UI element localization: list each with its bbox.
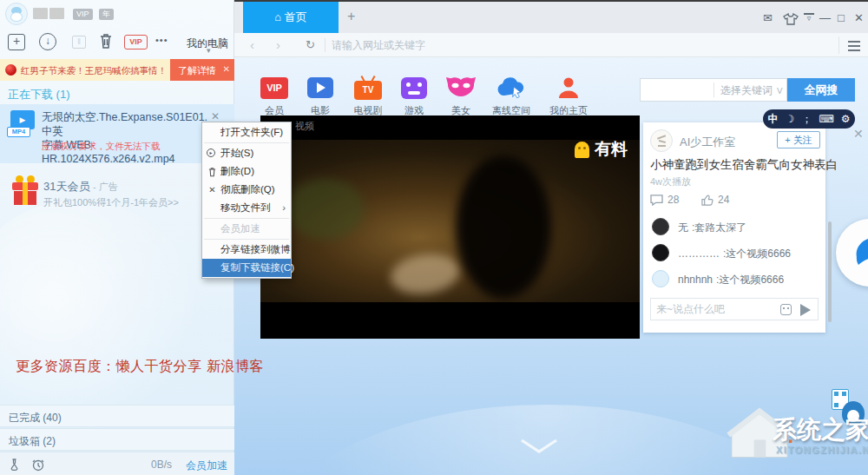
start-all-button[interactable]: ↓ bbox=[39, 33, 56, 50]
refresh-icon[interactable]: ↻ bbox=[306, 38, 315, 51]
section-downloading: 正在下载 (1) bbox=[8, 87, 70, 102]
bird-icon bbox=[847, 232, 868, 274]
member-ad-item[interactable]: 31天会员 - 广告 开礼包100%得1个月-1年会员>> bbox=[0, 170, 234, 219]
banner-close-icon[interactable]: ✕ bbox=[223, 64, 230, 74]
new-tab-button[interactable]: + bbox=[347, 9, 355, 24]
menu-item-label: 开始(S) bbox=[220, 148, 253, 158]
video-title: 小神童跑到女生宿舍霸气向女神表白 bbox=[650, 157, 822, 173]
menu-item-open-folder[interactable]: 打开文件夹(F) bbox=[202, 123, 291, 142]
remove-item-icon[interactable]: ✕ bbox=[211, 110, 220, 122]
skin-shirt-icon[interactable] bbox=[783, 13, 799, 25]
user-avatar[interactable] bbox=[5, 3, 28, 25]
clock-icon[interactable] bbox=[31, 458, 45, 472]
menu-divider bbox=[204, 142, 289, 143]
commenter-avatar bbox=[652, 218, 669, 235]
nav-item-vip[interactable]: VIP 会员 bbox=[248, 74, 300, 117]
divider bbox=[713, 82, 714, 97]
comment-input[interactable] bbox=[656, 301, 769, 317]
trash-label: 垃圾箱 (2) bbox=[9, 434, 56, 449]
keyboard-icon[interactable]: ⌨ bbox=[819, 109, 833, 129]
flask-icon[interactable] bbox=[9, 458, 23, 472]
menu-item-share-weibo[interactable]: 分享链接到微博 bbox=[202, 241, 291, 259]
member-accelerate-link[interactable]: 会员加速 bbox=[186, 459, 227, 473]
commenter-name: 无 bbox=[678, 221, 688, 234]
banner-text: 红男子节来袭！王尼玛喊你搞事情！ bbox=[21, 65, 167, 77]
tab-home[interactable]: ⌂ 首页 bbox=[243, 2, 339, 33]
maximize-button[interactable]: □ bbox=[838, 11, 845, 24]
close-window-button[interactable]: ✕ bbox=[854, 11, 864, 24]
like-count-group[interactable]: 24 bbox=[700, 194, 729, 206]
penguin-body bbox=[10, 12, 23, 22]
xunlei-bird-widget[interactable] bbox=[836, 219, 868, 287]
completed-label: 已完成 (40) bbox=[9, 411, 62, 426]
nav-item-offline-space[interactable]: 离线空间 bbox=[485, 74, 537, 117]
scroll-down-chevron-icon[interactable] bbox=[519, 438, 559, 455]
minimize-to-tray-icon[interactable]: ▿ bbox=[804, 13, 814, 22]
youliao-brand: 有料 bbox=[575, 138, 628, 161]
menu-item-delete-completely[interactable]: ✕ 彻底删除(Q) bbox=[202, 181, 291, 199]
section-trash[interactable]: 垃圾箱 (2) bbox=[0, 428, 234, 451]
nav-item-movies[interactable]: 电影 bbox=[294, 74, 346, 117]
wrench-icon[interactable]: ⚙ bbox=[841, 109, 851, 129]
menu-item-copy-download-link[interactable]: 复制下载链接(C) bbox=[202, 259, 291, 277]
nav-item-beauty[interactable]: 美女 bbox=[435, 74, 487, 117]
url-input[interactable] bbox=[332, 36, 818, 55]
submenu-arrow-icon: › bbox=[282, 199, 286, 217]
commenter-avatar bbox=[652, 270, 669, 287]
menu-item-label: 移动文件到 bbox=[220, 202, 271, 213]
banner-detail-button[interactable]: 了解详情 ✕ bbox=[170, 59, 234, 81]
menu-item-label: 删除(D) bbox=[220, 166, 254, 176]
ime-toolbar[interactable]: 中 ☽ ； ⌨ ⚙ bbox=[763, 109, 855, 129]
xunlei-app-window: VIP 年 + ↓ ‖ VIP ••• 我的电脑 ▾ 红男子节来袭！王尼玛喊你搞… bbox=[0, 0, 868, 475]
search-all-button[interactable]: 全网搜 bbox=[787, 78, 855, 102]
new-task-button[interactable]: + bbox=[8, 34, 25, 50]
tab-home-label: 首页 bbox=[285, 10, 307, 23]
chevron-down-icon: ∨ bbox=[775, 84, 784, 96]
forward-icon[interactable]: › bbox=[276, 37, 280, 52]
menu-item-vip-accelerate: 会员加速 bbox=[202, 220, 291, 238]
section-completed[interactable]: 已完成 (40) bbox=[0, 405, 234, 427]
tray-triangle: ▿ bbox=[804, 16, 814, 22]
vip-toolbar-button[interactable]: VIP bbox=[124, 35, 148, 49]
author-avatar[interactable] bbox=[650, 129, 673, 152]
menu-divider bbox=[204, 218, 289, 219]
keyword-dropdown[interactable]: 选择关键词 ∨ bbox=[720, 83, 784, 98]
minimize-button[interactable]: — bbox=[819, 11, 831, 24]
vip-icon: VIP bbox=[260, 77, 288, 99]
trash-icon[interactable] bbox=[98, 32, 114, 49]
nav-item-games[interactable]: 游戏 bbox=[388, 74, 440, 117]
emoji-icon[interactable] bbox=[780, 304, 792, 315]
pause-all-button[interactable]: ‖ bbox=[72, 36, 86, 49]
mail-icon[interactable]: ✉ bbox=[763, 11, 773, 24]
nav-item-tv[interactable]: TV 电视剧 bbox=[342, 74, 394, 117]
moon-icon[interactable]: ☽ bbox=[786, 109, 795, 129]
thumbs-up-icon bbox=[700, 195, 713, 206]
menu-item-delete[interactable]: 删除(D) bbox=[202, 162, 291, 181]
mask-icon bbox=[446, 76, 476, 99]
scene-magazine bbox=[388, 250, 462, 299]
close-card-icon[interactable]: ✕ bbox=[853, 127, 864, 141]
video-player[interactable]: 视频 有料 bbox=[260, 115, 640, 339]
ime-language[interactable]: 中 bbox=[768, 109, 779, 129]
play-circle-icon: ▸ bbox=[207, 148, 215, 157]
comment-row: nhnhnh:这个视频6666 bbox=[643, 270, 825, 293]
send-icon[interactable] bbox=[800, 304, 811, 316]
download-item[interactable]: ▶ MP4 无垠的太空.The.Expanse.S01E01.中英 字幕.WEB… bbox=[0, 104, 234, 163]
page-scrollbar[interactable] bbox=[828, 221, 832, 322]
nav-item-my-homepage[interactable]: 我的主页 bbox=[542, 74, 595, 117]
menu-item-move-to[interactable]: 移动文件到 › bbox=[202, 199, 291, 217]
username-redacted bbox=[49, 8, 64, 19]
tv-icon: TV bbox=[354, 81, 382, 100]
promo-banner: 红男子节来袭！王尼玛喊你搞事情！ 了解详情 ✕ bbox=[0, 59, 234, 81]
scene-silhouette bbox=[456, 155, 551, 299]
author-name[interactable]: AI少工作室 bbox=[680, 135, 735, 150]
ad-description[interactable]: 开礼包100%得1个月-1年会员>> bbox=[43, 196, 179, 209]
comment-count-group[interactable]: 28 bbox=[650, 194, 679, 206]
follow-button[interactable]: + 关注 bbox=[777, 131, 820, 148]
menu-hamburger-icon[interactable] bbox=[848, 41, 860, 54]
menu-item-start[interactable]: ▸ 开始(S) bbox=[202, 144, 291, 162]
like-count: 24 bbox=[718, 194, 729, 206]
ime-punctuation[interactable]: ； bbox=[801, 109, 812, 129]
back-icon[interactable]: ‹ bbox=[250, 37, 254, 52]
more-options-button[interactable]: ••• bbox=[155, 35, 168, 45]
